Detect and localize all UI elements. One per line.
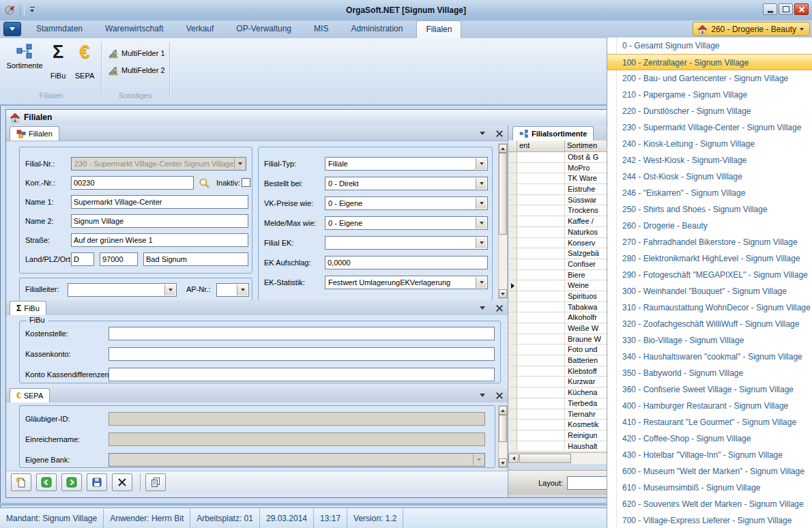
scroll-down-button[interactable] — [499, 289, 507, 298]
column-header-sortiment-nr[interactable]: ent — [517, 141, 565, 152]
sortiment-nr-cell[interactable] — [517, 205, 565, 216]
scrollbar-thumb[interactable] — [519, 454, 571, 463]
multifelder2-button[interactable]: MultiFelder 2 — [105, 63, 168, 77]
branch-list-item[interactable]: 340 - Haushaltswaren "cookmal" - Signum … — [607, 349, 812, 365]
branch-list-item[interactable]: 230 - Supermarkt Village-Center - Signum… — [607, 119, 812, 136]
branch-list-item[interactable]: 330 - Bio-Village - Signum Village — [607, 332, 812, 349]
close-panel-button[interactable] — [494, 128, 504, 138]
sortiment-nr-cell[interactable] — [517, 430, 565, 441]
einreichername-input[interactable] — [108, 432, 485, 446]
fibu-button[interactable]: Σ FiBu — [46, 42, 70, 80]
scroll-up-button[interactable] — [499, 144, 507, 153]
new-record-button[interactable] — [11, 473, 31, 491]
cancel-button[interactable] — [112, 473, 132, 491]
plz-input[interactable] — [100, 252, 138, 266]
vk-preise-wie-combo[interactable]: 0 - Eigene — [325, 196, 488, 210]
sortiment-nr-cell[interactable] — [517, 355, 565, 366]
restore-button[interactable] — [779, 3, 793, 15]
row-selector-cell[interactable] — [508, 420, 517, 430]
menu-tab[interactable]: Stammdaten — [27, 20, 91, 38]
row-selector-cell[interactable] — [508, 366, 517, 377]
branch-list-item[interactable]: 100 - Zentrallager - Signum Village — [607, 54, 812, 70]
menu-tab[interactable]: Warenwirtschaft — [96, 20, 173, 38]
bestellt-bei-combo[interactable]: 0 - Direkt — [325, 177, 488, 190]
quick-access-chevron-icon[interactable] — [29, 6, 37, 14]
previous-record-button[interactable] — [36, 473, 57, 491]
row-selector-cell[interactable] — [508, 302, 517, 313]
row-selector-cell[interactable] — [508, 344, 517, 355]
branch-list-item[interactable]: 430 - Hotelbar "Village-Inn" - Signum Vi… — [607, 447, 812, 463]
row-selector-cell[interactable] — [508, 195, 517, 206]
row-selector-cell[interactable] — [508, 355, 517, 366]
branch-list-item[interactable]: 246 - "Eiskarren" - Signum Village — [607, 185, 812, 201]
scroll-down-button[interactable] — [499, 458, 507, 467]
kassenkonto-input[interactable] — [108, 347, 495, 361]
branch-list-item[interactable]: 270 - Fahrradhandel Bikerstore - Signum … — [607, 234, 812, 250]
multifelder1-button[interactable]: MultiFelder 1 — [105, 46, 168, 60]
melde-max-wie-combo[interactable]: 0 - Eigene — [325, 216, 488, 230]
form-vertical-scrollbar[interactable] — [498, 143, 508, 299]
row-selector-cell[interactable] — [508, 205, 517, 216]
copy-button[interactable] — [145, 473, 166, 491]
close-panel-button[interactable] — [494, 390, 504, 400]
tab-fibu[interactable]: Σ FiBu — [10, 301, 46, 315]
ort-input[interactable] — [143, 252, 248, 266]
ek-aufschlag-input[interactable] — [325, 256, 488, 269]
row-selector-cell[interactable] — [508, 163, 517, 174]
filial-nr-combo[interactable]: 230 - Supermarkt Village-Center Signum V… — [71, 157, 246, 171]
filial-ek-combo[interactable] — [325, 236, 488, 250]
sepa-vertical-scrollbar[interactable] — [498, 405, 508, 468]
row-selector-cell[interactable] — [508, 398, 517, 409]
scrollbar-thumb[interactable] — [499, 153, 507, 235]
branch-list-item[interactable]: 410 - Restaurant "Le Gourmet" - Signum V… — [607, 414, 812, 430]
search-icon[interactable] — [199, 177, 210, 189]
branch-list-item[interactable]: 210 - Papergame - Signum Village — [607, 87, 812, 103]
collapse-panel-button[interactable] — [478, 390, 487, 400]
branch-list-item[interactable]: 242 - West-Kiosk - Signum-Village — [607, 152, 812, 168]
row-selector-cell[interactable] — [508, 184, 517, 195]
row-selector-cell[interactable] — [508, 216, 517, 227]
row-selector-cell[interactable] — [508, 441, 517, 452]
branch-list-item[interactable]: 220 - Durstlöscher - Signum Village — [607, 103, 812, 119]
row-selector-cell[interactable] — [508, 173, 517, 184]
branch-list-item[interactable]: 240 - Kiosk-Leitung - Signum Village — [607, 136, 812, 152]
row-selector-cell[interactable] — [508, 280, 517, 291]
filial-typ-combo[interactable]: Filiale — [325, 157, 488, 171]
close-panel-button[interactable] — [494, 303, 504, 312]
korr-nr-input[interactable] — [71, 176, 194, 190]
row-selector-cell[interactable] — [508, 259, 517, 270]
row-selector-cell[interactable] — [508, 238, 517, 249]
branch-list-item[interactable]: 600 - Museum "Welt der Marken" - Signum … — [607, 463, 812, 480]
sortiment-nr-cell[interactable] — [517, 173, 565, 184]
branch-list-item[interactable]: 250 - Shirts and Shoes - Signum Village — [607, 201, 812, 218]
scrollbar-thumb[interactable] — [499, 415, 507, 442]
branch-list-item[interactable]: 360 - Confiserie Sweet Village - Signum … — [607, 381, 812, 398]
branch-list-item[interactable]: 260 - Drogerie - Beauty — [607, 218, 812, 234]
land-input[interactable] — [71, 252, 94, 266]
sortiment-nr-cell[interactable] — [517, 163, 565, 174]
row-selector-cell[interactable] — [508, 152, 517, 163]
sortiment-nr-cell[interactable] — [517, 312, 565, 323]
scroll-up-button[interactable] — [499, 406, 507, 415]
next-record-button[interactable] — [61, 473, 82, 491]
row-selector-cell[interactable] — [508, 248, 517, 259]
row-selector-cell[interactable] — [508, 409, 517, 420]
row-selector-cell[interactable] — [508, 312, 517, 323]
sortiment-nr-cell[interactable] — [517, 184, 565, 195]
sortiment-nr-cell[interactable] — [517, 302, 565, 313]
close-button[interactable] — [794, 3, 809, 15]
menu-tab[interactable]: MIS — [305, 20, 337, 38]
branch-list-item[interactable]: 280 - Elektronikmarkt HighLevel - Signum… — [607, 250, 812, 267]
filialleiter-combo[interactable] — [68, 283, 177, 297]
name1-input[interactable] — [71, 195, 248, 209]
sortiment-nr-cell[interactable] — [517, 323, 565, 334]
sortiment-nr-cell[interactable] — [517, 366, 565, 377]
sortiment-nr-cell[interactable] — [517, 398, 565, 409]
tab-filialsortimente[interactable]: Filialsortimente — [512, 126, 594, 141]
ap-nr-combo[interactable] — [216, 283, 249, 297]
sortiment-nr-cell[interactable] — [517, 270, 565, 281]
sepa-button[interactable]: € SEPA — [71, 42, 98, 80]
sortiment-nr-cell[interactable] — [517, 238, 565, 249]
branch-list-item[interactable]: 350 - Babyworld - Signum Village — [607, 365, 812, 381]
tab-filialen[interactable]: Filialen — [10, 126, 59, 141]
